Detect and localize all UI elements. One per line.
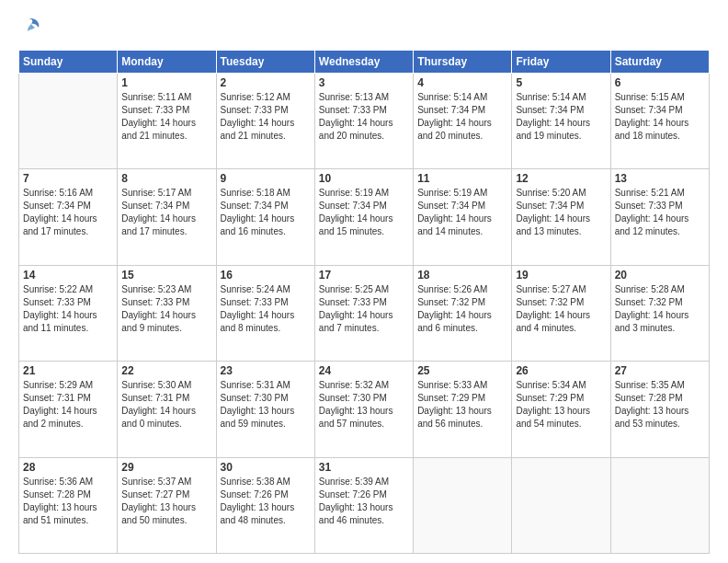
- day-cell: 31Sunrise: 5:39 AM Sunset: 7:26 PM Dayli…: [314, 457, 413, 553]
- day-cell: 25Sunrise: 5:33 AM Sunset: 7:29 PM Dayli…: [414, 362, 512, 457]
- page: SundayMondayTuesdayWednesdayThursdayFrid…: [0, 0, 728, 563]
- day-info: Sunrise: 5:31 AM Sunset: 7:30 PM Dayligh…: [221, 379, 311, 431]
- day-number: 27: [615, 364, 705, 377]
- day-cell: 18Sunrise: 5:26 AM Sunset: 7:32 PM Dayli…: [414, 265, 512, 361]
- day-info: Sunrise: 5:14 AM Sunset: 7:34 PM Dayligh…: [417, 91, 507, 143]
- day-number: 10: [319, 172, 409, 185]
- week-row-1: 1Sunrise: 5:11 AM Sunset: 7:33 PM Daylig…: [19, 74, 710, 169]
- day-cell: [610, 457, 709, 553]
- day-number: 23: [221, 364, 311, 377]
- day-cell: 9Sunrise: 5:18 AM Sunset: 7:34 PM Daylig…: [216, 169, 314, 265]
- week-row-5: 28Sunrise: 5:36 AM Sunset: 7:28 PM Dayli…: [19, 457, 710, 553]
- day-cell: 8Sunrise: 5:17 AM Sunset: 7:34 PM Daylig…: [118, 169, 216, 265]
- day-number: 20: [615, 269, 705, 282]
- day-number: 29: [121, 461, 211, 474]
- day-number: 28: [23, 461, 113, 474]
- day-number: 26: [516, 364, 606, 377]
- day-info: Sunrise: 5:32 AM Sunset: 7:30 PM Dayligh…: [319, 379, 409, 431]
- day-info: Sunrise: 5:14 AM Sunset: 7:34 PM Dayligh…: [516, 91, 606, 143]
- day-info: Sunrise: 5:22 AM Sunset: 7:33 PM Dayligh…: [23, 283, 113, 335]
- day-cell: 17Sunrise: 5:25 AM Sunset: 7:33 PM Dayli…: [314, 265, 413, 361]
- day-number: 9: [221, 172, 311, 185]
- day-number: 25: [417, 364, 507, 377]
- header: [18, 15, 710, 40]
- day-cell: 22Sunrise: 5:30 AM Sunset: 7:31 PM Dayli…: [118, 362, 216, 457]
- day-info: Sunrise: 5:19 AM Sunset: 7:34 PM Dayligh…: [319, 187, 409, 238]
- day-number: 3: [319, 76, 409, 89]
- day-cell: [19, 74, 118, 169]
- day-info: Sunrise: 5:28 AM Sunset: 7:32 PM Dayligh…: [615, 283, 705, 335]
- day-cell: 6Sunrise: 5:15 AM Sunset: 7:34 PM Daylig…: [610, 74, 709, 169]
- day-info: Sunrise: 5:12 AM Sunset: 7:33 PM Dayligh…: [221, 91, 311, 143]
- day-cell: 30Sunrise: 5:38 AM Sunset: 7:26 PM Dayli…: [216, 457, 314, 553]
- day-cell: 29Sunrise: 5:37 AM Sunset: 7:27 PM Dayli…: [118, 457, 216, 553]
- day-info: Sunrise: 5:21 AM Sunset: 7:33 PM Dayligh…: [615, 187, 705, 238]
- day-cell: 12Sunrise: 5:20 AM Sunset: 7:34 PM Dayli…: [512, 169, 610, 265]
- day-info: Sunrise: 5:33 AM Sunset: 7:29 PM Dayligh…: [417, 379, 507, 431]
- day-number: 17: [319, 269, 409, 282]
- day-info: Sunrise: 5:35 AM Sunset: 7:28 PM Dayligh…: [615, 379, 705, 431]
- day-number: 13: [615, 172, 705, 185]
- day-number: 4: [417, 76, 507, 89]
- day-info: Sunrise: 5:13 AM Sunset: 7:33 PM Dayligh…: [319, 91, 409, 143]
- day-number: 11: [417, 172, 507, 185]
- col-header-sunday: Sunday: [19, 51, 118, 74]
- week-row-4: 21Sunrise: 5:29 AM Sunset: 7:31 PM Dayli…: [19, 362, 710, 457]
- day-cell: 1Sunrise: 5:11 AM Sunset: 7:33 PM Daylig…: [118, 74, 216, 169]
- day-cell: 3Sunrise: 5:13 AM Sunset: 7:33 PM Daylig…: [314, 74, 413, 169]
- col-header-tuesday: Tuesday: [216, 51, 314, 74]
- day-cell: 5Sunrise: 5:14 AM Sunset: 7:34 PM Daylig…: [512, 74, 610, 169]
- day-number: 1: [121, 76, 211, 89]
- day-number: 15: [121, 269, 211, 282]
- day-info: Sunrise: 5:25 AM Sunset: 7:33 PM Dayligh…: [319, 283, 409, 335]
- day-cell: 26Sunrise: 5:34 AM Sunset: 7:29 PM Dayli…: [512, 362, 610, 457]
- day-number: 8: [121, 172, 211, 185]
- day-number: 5: [516, 76, 606, 89]
- day-cell: [414, 457, 512, 553]
- day-info: Sunrise: 5:34 AM Sunset: 7:29 PM Dayligh…: [516, 379, 606, 431]
- day-info: Sunrise: 5:27 AM Sunset: 7:32 PM Dayligh…: [516, 283, 606, 335]
- day-cell: 7Sunrise: 5:16 AM Sunset: 7:34 PM Daylig…: [19, 169, 118, 265]
- day-info: Sunrise: 5:16 AM Sunset: 7:34 PM Dayligh…: [23, 187, 113, 238]
- day-cell: 15Sunrise: 5:23 AM Sunset: 7:33 PM Dayli…: [118, 265, 216, 361]
- col-header-friday: Friday: [512, 51, 610, 74]
- day-cell: 2Sunrise: 5:12 AM Sunset: 7:33 PM Daylig…: [216, 74, 314, 169]
- day-number: 30: [221, 461, 311, 474]
- day-number: 12: [516, 172, 606, 185]
- day-cell: 27Sunrise: 5:35 AM Sunset: 7:28 PM Dayli…: [610, 362, 709, 457]
- day-number: 6: [615, 76, 705, 89]
- day-number: 19: [516, 269, 606, 282]
- day-info: Sunrise: 5:39 AM Sunset: 7:26 PM Dayligh…: [319, 476, 409, 527]
- day-info: Sunrise: 5:26 AM Sunset: 7:32 PM Dayligh…: [417, 283, 507, 335]
- day-number: 7: [23, 172, 113, 185]
- day-number: 31: [319, 461, 409, 474]
- week-row-3: 14Sunrise: 5:22 AM Sunset: 7:33 PM Dayli…: [19, 265, 710, 361]
- day-number: 18: [417, 269, 507, 282]
- day-info: Sunrise: 5:11 AM Sunset: 7:33 PM Dayligh…: [121, 91, 211, 143]
- col-header-thursday: Thursday: [414, 51, 512, 74]
- day-info: Sunrise: 5:38 AM Sunset: 7:26 PM Dayligh…: [221, 476, 311, 527]
- col-header-monday: Monday: [118, 51, 216, 74]
- week-row-2: 7Sunrise: 5:16 AM Sunset: 7:34 PM Daylig…: [19, 169, 710, 265]
- day-info: Sunrise: 5:20 AM Sunset: 7:34 PM Dayligh…: [516, 187, 606, 238]
- day-cell: 13Sunrise: 5:21 AM Sunset: 7:33 PM Dayli…: [610, 169, 709, 265]
- header-row: SundayMondayTuesdayWednesdayThursdayFrid…: [19, 51, 710, 74]
- day-cell: 14Sunrise: 5:22 AM Sunset: 7:33 PM Dayli…: [19, 265, 118, 361]
- day-number: 24: [319, 364, 409, 377]
- day-cell: [512, 457, 610, 553]
- day-info: Sunrise: 5:29 AM Sunset: 7:31 PM Dayligh…: [23, 379, 113, 431]
- day-number: 21: [23, 364, 113, 377]
- day-number: 16: [221, 269, 311, 282]
- day-cell: 4Sunrise: 5:14 AM Sunset: 7:34 PM Daylig…: [414, 74, 512, 169]
- day-info: Sunrise: 5:37 AM Sunset: 7:27 PM Dayligh…: [121, 476, 211, 527]
- day-info: Sunrise: 5:36 AM Sunset: 7:28 PM Dayligh…: [23, 476, 113, 527]
- day-info: Sunrise: 5:24 AM Sunset: 7:33 PM Dayligh…: [221, 283, 311, 335]
- day-cell: 11Sunrise: 5:19 AM Sunset: 7:34 PM Dayli…: [414, 169, 512, 265]
- col-header-wednesday: Wednesday: [314, 51, 413, 74]
- col-header-saturday: Saturday: [610, 51, 709, 74]
- logo: [18, 15, 48, 40]
- day-cell: 21Sunrise: 5:29 AM Sunset: 7:31 PM Dayli…: [19, 362, 118, 457]
- day-number: 22: [121, 364, 211, 377]
- day-cell: 20Sunrise: 5:28 AM Sunset: 7:32 PM Dayli…: [610, 265, 709, 361]
- day-cell: 28Sunrise: 5:36 AM Sunset: 7:28 PM Dayli…: [19, 457, 118, 553]
